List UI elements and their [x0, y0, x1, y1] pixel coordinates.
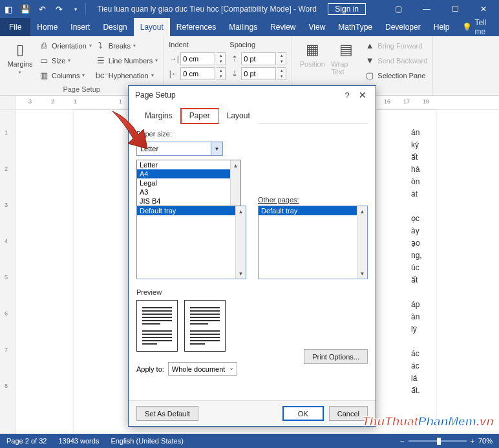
tab-layout[interactable]: Layout: [134, 18, 170, 36]
indent-left[interactable]: →|0 cm▲▼: [169, 52, 226, 65]
tab-references[interactable]: References: [170, 18, 222, 36]
ok-button[interactable]: OK: [282, 406, 324, 421]
maximize-icon[interactable]: ☐: [441, 0, 469, 18]
spacing-before[interactable]: ⇡0 pt▲▼: [229, 52, 286, 65]
scrollbar[interactable]: ▲▼: [235, 206, 246, 279]
print-options-button[interactable]: Print Options...: [304, 349, 368, 364]
indent-left-value[interactable]: 0 cm: [180, 52, 215, 65]
ribbon-options-icon[interactable]: ▢: [384, 0, 412, 18]
other-pages-label: Other pages:: [258, 196, 368, 204]
tab-design[interactable]: Design: [96, 18, 133, 36]
tab-developer[interactable]: Developer: [379, 18, 427, 36]
share-button[interactable]: 👤Share: [493, 18, 499, 36]
list-item[interactable]: Default tray: [137, 206, 246, 215]
status-language[interactable]: English (United States): [111, 437, 184, 445]
indent-right-value[interactable]: 0 cm: [180, 67, 215, 80]
spacing-before-value[interactable]: 0 pt: [241, 52, 276, 65]
columns-icon: ▥: [39, 70, 49, 80]
line-numbers-button[interactable]: ☰Line Numbers▾: [96, 54, 158, 67]
quick-access-toolbar: ◧ 💾 ↶ ↷ ▾: [1, 2, 86, 16]
dialog-help-icon[interactable]: ?: [339, 91, 355, 100]
spinner[interactable]: ▲▼: [217, 52, 226, 65]
spacing-after[interactable]: ⇣0 pt▲▼: [229, 67, 286, 80]
breaks-button[interactable]: ⤵Breaks▾: [96, 39, 158, 52]
status-bar: Page 2 of 32 13943 words English (United…: [0, 434, 499, 448]
margins-button[interactable]: ▯ Margins ▾: [5, 39, 35, 84]
zoom-out-icon[interactable]: −: [400, 437, 404, 445]
tab-home[interactable]: Home: [30, 18, 64, 36]
tab-mailings[interactable]: Mailings: [222, 18, 264, 36]
tab-help[interactable]: Help: [427, 18, 456, 36]
preview-page: [184, 300, 226, 352]
dropdown-option[interactable]: Letter: [137, 160, 240, 169]
other-pages-listbox[interactable]: Default tray ▲▼: [258, 206, 368, 279]
tab-mathtype[interactable]: MathType: [332, 18, 379, 36]
paper-size-dropdown[interactable]: LetterA4LegalA3JIS B4▲: [136, 160, 241, 206]
dropdown-option[interactable]: A3: [137, 187, 240, 197]
window-title: Tieu luan quan ly giao duc Tieu hoc [Com…: [86, 5, 328, 14]
autosave-icon[interactable]: ◧: [1, 2, 16, 16]
scrollbar[interactable]: ▲▼: [357, 206, 367, 279]
minimize-icon[interactable]: —: [412, 0, 441, 18]
zoom-slider[interactable]: [409, 440, 467, 442]
spinner[interactable]: ▲▼: [217, 67, 226, 80]
spacing-header: Spacing: [229, 39, 286, 50]
tab-view[interactable]: View: [303, 18, 332, 36]
dialog-tabs: Margins Paper Layout: [136, 108, 368, 123]
columns-button[interactable]: ▥Columns▾: [39, 69, 92, 82]
status-page[interactable]: Page 2 of 32: [6, 437, 47, 445]
status-words[interactable]: 13943 words: [58, 437, 99, 445]
paper-size-label: Paper size:: [136, 130, 368, 138]
apply-to-select[interactable]: Whole document: [168, 362, 238, 376]
dialog-titlebar[interactable]: Page Setup ? ✕: [129, 86, 376, 104]
size-button[interactable]: ▭Size▾: [39, 54, 92, 67]
selection-pane-icon: ▢: [365, 70, 375, 80]
zoom-value[interactable]: 70%: [478, 437, 493, 445]
size-icon: ▭: [39, 56, 49, 65]
orientation-label: Orientation: [52, 42, 87, 50]
spacing-after-value[interactable]: 0 pt: [241, 67, 276, 80]
vertical-ruler[interactable]: 12345678: [0, 110, 16, 434]
hyphenation-button[interactable]: bc⁻Hyphenation▾: [96, 69, 158, 82]
page-setup-dialog: Page Setup ? ✕ Margins Paper Layout Pape…: [128, 85, 376, 427]
paper-size-combobox[interactable]: Letter ▼: [136, 142, 223, 156]
dropdown-option[interactable]: JIS B4: [137, 197, 240, 206]
close-icon[interactable]: ✕: [469, 0, 498, 18]
bulb-icon: 💡: [462, 23, 472, 32]
zoom-in-icon[interactable]: +: [471, 437, 474, 445]
dialog-tab-paper[interactable]: Paper: [181, 109, 218, 123]
breaks-icon: ⤵: [96, 41, 106, 50]
set-as-default-button[interactable]: Set As Default: [136, 406, 198, 421]
qat-customize-icon[interactable]: ▾: [69, 2, 83, 16]
spinner[interactable]: ▲▼: [277, 67, 286, 80]
first-page-listbox[interactable]: Default tray ▲▼: [136, 206, 246, 279]
selection-pane-button[interactable]: ▢Selection Pane: [365, 69, 427, 82]
line-numbers-label: Line Numbers: [109, 57, 153, 65]
sign-in-button[interactable]: Sign in: [328, 3, 366, 15]
dropdown-option[interactable]: Legal: [137, 178, 240, 187]
dialog-close-icon[interactable]: ✕: [355, 90, 370, 100]
redo-icon[interactable]: ↷: [52, 2, 66, 16]
chevron-down-icon[interactable]: ▼: [211, 142, 222, 155]
undo-icon[interactable]: ↶: [35, 2, 49, 16]
tab-review[interactable]: Review: [264, 18, 302, 36]
hyphenation-label: Hyphenation: [109, 72, 149, 80]
save-icon[interactable]: 💾: [18, 2, 32, 16]
tab-file[interactable]: File: [0, 18, 30, 36]
scrollbar[interactable]: ▲: [230, 160, 240, 206]
orientation-button[interactable]: ⎙Orientation▾: [39, 39, 92, 52]
wrap-text-icon: ▤: [339, 41, 353, 58]
wrap-text-label: Wrap Text: [331, 60, 361, 76]
bring-forward-button: ▲Bring Forward: [365, 39, 427, 52]
zoom-controls[interactable]: − + 70%: [400, 437, 493, 445]
spinner[interactable]: ▲▼: [277, 52, 286, 65]
dialog-tab-layout[interactable]: Layout: [218, 109, 259, 123]
list-item[interactable]: Default tray: [259, 206, 367, 215]
dropdown-option[interactable]: A4: [137, 169, 240, 178]
tell-me[interactable]: 💡Tell me: [456, 18, 493, 36]
title-bar: ◧ 💾 ↶ ↷ ▾ Tieu luan quan ly giao duc Tie…: [0, 0, 499, 18]
columns-label: Columns: [52, 72, 80, 80]
tab-insert[interactable]: Insert: [64, 18, 96, 36]
dialog-tab-margins[interactable]: Margins: [136, 109, 181, 123]
indent-right[interactable]: |←0 cm▲▼: [169, 67, 226, 80]
